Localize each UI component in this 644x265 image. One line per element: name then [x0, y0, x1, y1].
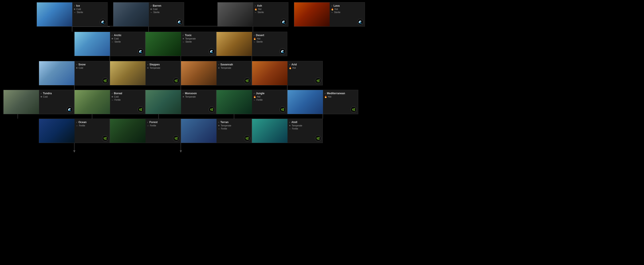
planet-name-ash: Ash: [257, 4, 262, 7]
temp-icon-monsoon: ☀: [182, 96, 184, 98]
planet-name-savannah: Savannah: [220, 63, 233, 66]
planet-info-lava: ♂Lava 🔥Hot ↔Sterile 🌊: [330, 2, 365, 26]
planet-temp-terran: Temperate: [221, 124, 231, 127]
gender-icon-snow: ♂: [76, 64, 78, 66]
temp-icon-terran: ☀: [218, 124, 220, 127]
planet-card-barren[interactable]: ♂Barren ❄Cold ↔Sterile 🌊: [113, 2, 184, 26]
planet-name-mediterranean: Mediterranean: [327, 92, 345, 95]
planet-temp-monsoon: Temperate: [185, 96, 196, 98]
cold-icon-boreal: ❄: [111, 96, 113, 98]
gender-icon-forest: ♂: [147, 121, 149, 124]
planet-info-arctic: ♂Arctic ❄Cold ↔Sterile 🌊: [110, 32, 145, 56]
planet-thumbnail-jungle: [216, 90, 252, 114]
planet-card-arid[interactable]: ♂Arid 🔥Hot 🌿: [252, 61, 323, 86]
planet-badge-toxic: 🌊: [208, 48, 215, 54]
planet-name-toxic: Toxic: [185, 34, 192, 37]
hot-icon-lava: 🔥: [331, 8, 334, 10]
planet-thumbnail-desert: [216, 32, 252, 56]
fert-icon-jungle: ↔: [253, 99, 256, 101]
planet-temp-ice: Cold: [76, 8, 81, 10]
planet-name-arid: Arid: [292, 63, 297, 66]
gender-icon-ocean: ♂: [76, 121, 78, 124]
planet-card-terran[interactable]: ♂Terran ☀Temperate ↔Fertile 🌿: [181, 119, 252, 143]
planet-card-desert[interactable]: ♂Desert 🔥Hot ↔Sterile 🌊: [216, 32, 287, 56]
planet-card-snow[interactable]: ♂Snow ❄Cold 🌿: [39, 61, 110, 86]
planet-card-toxic[interactable]: ♂Toxic ☀Temperate ↔Sterile 🌊: [145, 32, 216, 56]
planet-card-arctic[interactable]: ♂Arctic ❄Cold ↔Sterile 🌊: [74, 32, 145, 56]
planet-temp-steppes: Temperate: [150, 67, 160, 69]
planet-temp-savannah: Temperate: [221, 67, 231, 69]
cold-icon-tundra: ❄: [40, 96, 42, 98]
planet-info-jungle: ♂Jungle 🔥Hot ↔Fertile 🌿: [252, 90, 287, 114]
planet-card-tundra[interactable]: ♂Tundra ❄Cold 🌊: [3, 90, 74, 114]
main-canvas: ♂Ice ❄Cold ↔Sterile 🌊 ♂Barren ❄Cold ↔Ste…: [0, 0, 644, 265]
fert-icon-ocean: ↔: [76, 124, 78, 127]
planet-name-forest: Forest: [150, 121, 158, 124]
gender-icon-mediterranean: ♂: [324, 92, 326, 95]
planet-info-boreal: ♂Boreal ❄Cold ↔Fertile 🌿: [110, 90, 145, 114]
planet-badge-ocean: 🌿: [102, 135, 108, 142]
planet-thumbnail-toxic: [146, 32, 181, 56]
planet-badge-lava: 🌊: [357, 19, 363, 25]
sterile-icon-barren: ↔: [150, 11, 152, 14]
planet-info-ocean: ♂Ocean ↔Fertile 🌿: [74, 119, 110, 143]
planet-name-desert: Desert: [256, 34, 264, 37]
planet-info-monsoon: ♂Monsoon ☀Temperate 🌿: [181, 90, 216, 114]
planet-thumbnail-lava: [294, 2, 330, 26]
planet-card-mediterranean[interactable]: ♂Mediterranean 🔥Hot 🌿: [287, 90, 358, 114]
gender-icon-ice: ♂: [74, 5, 76, 7]
planet-card-savannah[interactable]: ♂Savannah ☀Temperate 🌿: [181, 61, 252, 86]
planet-info-toxic: ♂Toxic ☀Temperate ↔Sterile 🌊: [181, 32, 216, 56]
planet-temp-boreal: Cold: [114, 96, 119, 98]
planet-fert-lava: Sterile: [334, 11, 340, 14]
planet-card-lava[interactable]: ♂Lava 🔥Hot ↔Sterile 🌊: [294, 2, 365, 26]
planet-name-lava: Lava: [334, 4, 340, 7]
planet-info-forest: ♂Forest ↔Fertile 🌿: [146, 119, 180, 143]
temp-icon-steppes: ☀: [147, 67, 149, 69]
planet-card-forest[interactable]: ♂Forest ↔Fertile 🌿: [110, 119, 181, 143]
fert-icon-forest: ↔: [147, 124, 149, 127]
planet-temp-atoll: Temperate: [292, 124, 302, 127]
temp-icon-atoll: ☀: [289, 124, 291, 127]
planet-thumbnail-tundra: [4, 90, 39, 114]
planet-temp-lava: Hot: [334, 8, 338, 10]
planet-temp-snow: Cold: [78, 67, 83, 69]
planet-temp-mediterranean: Hot: [328, 96, 332, 98]
planet-thumbnail-barren: [113, 2, 149, 26]
planet-card-atoll[interactable]: ♂Atoll ☀Temperate ↔Fertile 🌿: [252, 119, 323, 143]
planet-name-tundra: Tundra: [43, 92, 52, 95]
planet-card-steppes[interactable]: ♂Steppes ☀Temperate 🌿: [110, 61, 181, 86]
planet-card-ice[interactable]: ♂Ice ❄Cold ↔Sterile 🌊: [36, 2, 108, 26]
planet-badge-terran: 🌿: [244, 135, 250, 142]
planet-badge-steppes: 🌿: [173, 78, 179, 84]
planet-card-ocean[interactable]: ♂Ocean ↔Fertile 🌿: [39, 119, 110, 143]
planet-badge-barren: 🌊: [176, 19, 182, 25]
planet-thumbnail-atoll: [252, 119, 288, 143]
planet-card-ash[interactable]: ♂Ash 🔥Hot ↔Sterile 🌊: [218, 2, 288, 26]
planet-thumbnail-mediterranean: [288, 90, 323, 114]
planet-card-monsoon[interactable]: ♂Monsoon ☀Temperate 🌿: [145, 90, 216, 114]
gender-icon-toxic: ♂: [182, 34, 184, 36]
planet-fert-toxic: Sterile: [186, 40, 192, 43]
sterile-icon-ash: ↔: [254, 11, 257, 14]
planet-info-desert: ♂Desert 🔥Hot ↔Sterile 🌊: [252, 32, 287, 56]
planet-badge-mediterranean: 🌿: [350, 106, 357, 113]
planet-thumbnail-terran: [181, 119, 216, 143]
fert-icon-atoll: ↔: [289, 128, 291, 130]
planet-badge-ice: 🌊: [100, 19, 106, 25]
planet-info-arid: ♂Arid 🔥Hot 🌿: [288, 61, 322, 85]
planet-card-jungle[interactable]: ♂Jungle 🔥Hot ↔Fertile 🌿: [216, 90, 287, 114]
planet-badge-forest: 🌿: [173, 135, 179, 142]
planet-thumbnail-savannah: [181, 61, 216, 86]
planet-name-arctic: Arctic: [114, 34, 122, 37]
planet-fert-atoll: Fertile: [292, 128, 298, 130]
planet-badge-boreal: 🌿: [138, 106, 144, 113]
planet-fert-barren: Sterile: [153, 11, 160, 14]
planet-info-mediterranean: ♂Mediterranean 🔥Hot 🌿: [323, 90, 358, 114]
planet-info-terran: ♂Terran ☀Temperate ↔Fertile 🌿: [216, 119, 252, 143]
cold-icon-ice: ❄: [74, 8, 76, 10]
planet-card-boreal[interactable]: ♂Boreal ❄Cold ↔Fertile 🌿: [74, 90, 145, 114]
planet-badge-snow: 🌿: [102, 78, 108, 84]
planet-name-barren: Barren: [153, 4, 162, 7]
planet-badge-desert: 🌊: [280, 48, 286, 54]
